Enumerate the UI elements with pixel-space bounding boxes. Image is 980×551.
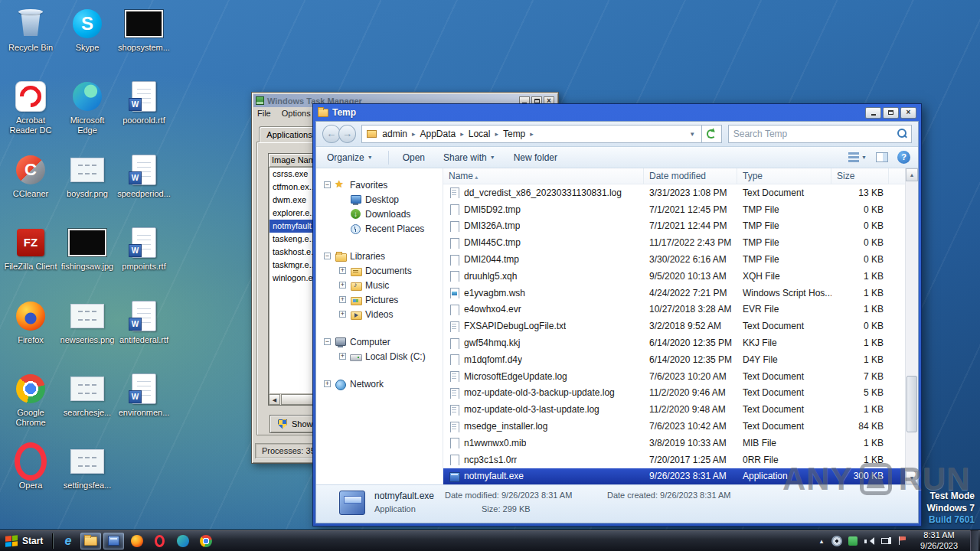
breadcrumb-segment-appdata[interactable]: AppData [418, 127, 459, 141]
file-row-dmi2044-tmp[interactable]: DMI2044.tmp3/30/2022 6:16 AMTMP File0 KB [443, 251, 905, 268]
nav-item-libraries[interactable]: Libraries [316, 249, 443, 263]
desktop-icon-antifederal-rtf[interactable]: antifederal.rtf [116, 298, 172, 345]
file-row-fxsapidebuglogfile-txt[interactable]: FXSAPIDebugLogFile.txt3/2/2018 9:52 AMTe… [443, 318, 905, 334]
expander-minus-icon[interactable] [324, 253, 331, 259]
nav-item-network[interactable]: Network [316, 377, 443, 391]
scrollbar-thumb[interactable] [906, 376, 917, 432]
maximize-button[interactable] [883, 107, 899, 119]
share-with-button[interactable]: Share with ▼ [440, 150, 498, 165]
organize-button[interactable]: Organize ▼ [324, 150, 376, 165]
new-folder-button[interactable]: New folder [511, 150, 560, 165]
taskbar-button-chrome[interactable] [195, 533, 216, 549]
nav-item-computer[interactable]: Computer [316, 334, 443, 349]
desktop-icon-boysdr-png[interactable]: boysdr.png [60, 152, 115, 199]
address-dropdown-icon[interactable]: ▼ [686, 131, 698, 138]
tray-action-center-icon[interactable] [897, 536, 908, 546]
nav-item-favorites[interactable]: Favorites [316, 178, 443, 192]
tm-tab-applications[interactable]: Applications [259, 126, 320, 142]
desktop-icon-shopsystem[interactable]: shopsystem... [116, 6, 172, 53]
desktop-icon-speedperiod[interactable]: speedperiod... [116, 152, 172, 199]
file-row-msedge-installer-log[interactable]: msedge_installer.log7/6/2023 10:42 AMTex… [443, 418, 905, 435]
taskbar-button-explorer[interactable] [80, 533, 101, 549]
tray-volume-icon[interactable] [864, 536, 874, 546]
file-row-moz-update-old-3-backup-update-log[interactable]: moz-update-old-3-backup-update.log11/2/2… [443, 385, 905, 402]
start-button[interactable]: Start [0, 530, 51, 551]
file-row-m1dqfomf-d4y[interactable]: m1dqfomf.d4y6/14/2020 12:35 PMD4Y File1 … [443, 351, 905, 368]
vertical-scrollbar[interactable]: ▲ ▼ [905, 168, 918, 484]
change-view-button[interactable]: ▼ [848, 152, 867, 162]
tray-antivirus-icon[interactable] [848, 536, 858, 546]
desktop-icon-searchesje[interactable]: searchesje... [60, 371, 115, 418]
nav-item-recent-places[interactable]: Recent Places [316, 221, 443, 236]
menu-file[interactable]: File [257, 109, 271, 121]
expander-plus-icon[interactable] [339, 282, 346, 289]
nav-item-local-disk-c[interactable]: Local Disk (C:) [316, 349, 443, 364]
desktop-icon-ccleaner[interactable]: CCleaner [3, 152, 58, 199]
file-row-n1wwnwx0-mib[interactable]: n1wwnwx0.mib3/8/2019 10:33 AMMIB File1 K… [443, 435, 905, 452]
clock[interactable]: 8:31 AM 9/26/2023 [914, 530, 964, 551]
scroll-left-icon[interactable]: ◀ [269, 394, 280, 405]
desktop-icon-skype[interactable]: Skype [60, 6, 115, 53]
nav-item-music[interactable]: Music [316, 278, 443, 292]
breadcrumb-segment-admin[interactable]: admin [380, 127, 410, 141]
breadcrumb-segment-local[interactable]: Local [466, 127, 493, 141]
tm-scrollbar-thumb[interactable] [281, 394, 316, 405]
expander-plus-icon[interactable] [324, 380, 331, 387]
desktop-icon-firefox[interactable]: Firefox [3, 298, 58, 345]
expander-plus-icon[interactable] [339, 267, 346, 274]
file-row-dmi5d92-tmp[interactable]: DMI5D92.tmp7/1/2021 12:45 PMTMP File0 KB [443, 201, 905, 218]
minimize-button[interactable] [865, 107, 881, 119]
search-input[interactable] [733, 129, 894, 139]
expander-minus-icon[interactable] [324, 181, 331, 188]
column-header-size[interactable]: Size [831, 168, 889, 184]
tray-hidden-icons-icon[interactable]: ▴ [818, 536, 825, 546]
file-row-dmi326a-tmp[interactable]: DMI326A.tmp7/1/2021 12:44 PMTMP File0 KB [443, 218, 905, 235]
file-row-dmi445c-tmp[interactable]: DMI445C.tmp11/17/2022 2:43 PMTMP File0 K… [443, 234, 905, 251]
expander-plus-icon[interactable] [339, 296, 346, 303]
breadcrumb-separator-icon[interactable]: ▸ [492, 130, 501, 138]
preview-pane-button[interactable] [876, 152, 888, 162]
taskbar-button-firefox[interactable] [126, 533, 147, 549]
tray-cd-drive-icon[interactable] [831, 536, 842, 546]
expander-plus-icon[interactable] [339, 353, 346, 360]
desktop-icon-settingsfea[interactable]: settingsfea... [60, 444, 115, 491]
taskbar-button-opera[interactable] [149, 533, 170, 549]
search-box[interactable] [728, 125, 912, 143]
search-icon[interactable] [894, 126, 910, 142]
file-row-druuhlg5-xqh[interactable]: druuhlg5.xqh9/5/2020 10:13 AMXQH File1 K… [443, 268, 905, 285]
file-row-microsoftedgeupdate-log[interactable]: MicrosoftEdgeUpdate.log7/6/2023 10:20 AM… [443, 368, 905, 385]
expander-minus-icon[interactable] [324, 338, 331, 345]
help-button[interactable]: ? [897, 151, 910, 164]
tray-network-icon[interactable] [880, 536, 891, 546]
file-row-notmyfault-exe[interactable]: notmyfault.exe9/26/2023 8:31 AMApplicati… [443, 468, 905, 484]
nav-item-pictures[interactable]: Pictures [316, 292, 443, 307]
file-row-moz-update-old-3-last-update-log[interactable]: moz-update-old-3-last-update.log11/2/202… [443, 401, 905, 418]
file-row-e1yvagbm-wsh[interactable]: e1yvagbm.wsh4/24/2022 7:21 PMWindows Scr… [443, 285, 905, 302]
nav-item-documents[interactable]: Documents [316, 263, 443, 278]
breadcrumb-segment-temp[interactable]: Temp [501, 127, 528, 141]
nav-item-downloads[interactable]: Downloads [316, 207, 443, 221]
column-header-type[interactable]: Type [737, 168, 831, 184]
desktop-icon-newseries-png[interactable]: newseries.png [60, 298, 115, 345]
breadcrumb-separator-icon[interactable]: ▸ [528, 130, 536, 138]
breadcrumb-separator-icon[interactable]: ▸ [458, 130, 466, 138]
desktop-icon-environmen[interactable]: environmen... [116, 371, 172, 418]
file-row-gwf54hmq-kkj[interactable]: gwf54hmq.kkj6/14/2020 12:35 PMKKJ File1 … [443, 334, 905, 351]
scroll-up-icon[interactable]: ▲ [906, 168, 918, 181]
desktop-icon-opera[interactable]: Opera [3, 444, 58, 491]
expander-plus-icon[interactable] [339, 311, 346, 318]
desktop-icon-microsoft-edge[interactable]: Microsoft Edge [60, 79, 115, 135]
column-header-name[interactable]: Name ▴ [443, 168, 644, 184]
desktop-icon-pmpoints-rtf[interactable]: pmpoints.rtf [116, 225, 172, 272]
desktop-icon-pooorold-rtf[interactable]: pooorold.rtf [116, 79, 172, 126]
forward-button[interactable]: → [338, 125, 357, 143]
desktop-icon-recycle-bin[interactable]: Recycle Bin [3, 6, 58, 53]
desktop-icon-acrobat-reader-dc[interactable]: Acrobat Reader DC [3, 79, 58, 135]
refresh-button[interactable] [702, 125, 722, 143]
scrollbar-track[interactable] [906, 181, 918, 471]
breadcrumb-separator-icon[interactable]: ▸ [410, 130, 418, 138]
desktop-icon-fishingsaw-jpg[interactable]: fishingsaw.jpg [60, 225, 115, 272]
open-button[interactable]: Open [400, 150, 428, 165]
nav-item-videos[interactable]: Videos [316, 307, 443, 321]
desktop-icon-google-chrome[interactable]: Google Chrome [3, 371, 58, 427]
